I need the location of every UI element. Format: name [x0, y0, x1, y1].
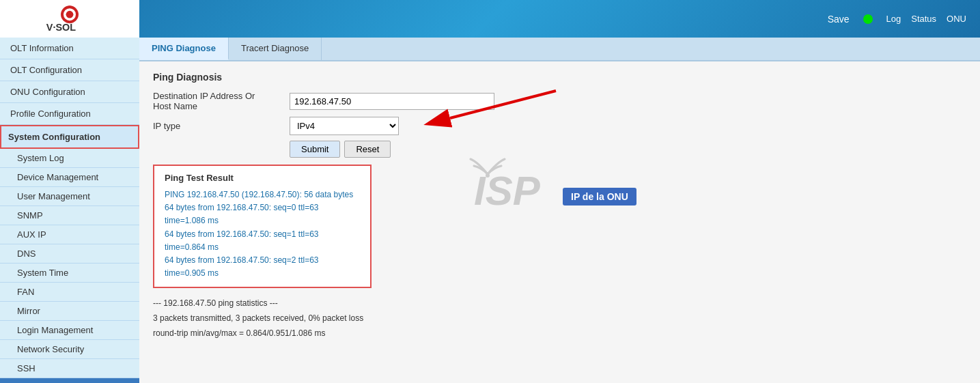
- log-link[interactable]: Log: [886, 14, 901, 24]
- tooltip-text: IP de la ONU: [571, 191, 628, 202]
- action-buttons: Submit Reset: [153, 141, 966, 158]
- sidebar-item-olt-info[interactable]: OLT Information: [0, 38, 139, 59]
- dest-ip-row: Destination IP Address OrHost Name: [153, 91, 966, 111]
- sidebar-item-profile-config[interactable]: Profile Configuration: [0, 103, 139, 125]
- sidebar-sub-system-log[interactable]: System Log: [0, 149, 139, 168]
- ping-line-0: PING 192.168.47.50 (192.168.47.50): 56 d…: [165, 188, 360, 201]
- sidebar-sub-login-mgmt[interactable]: Login Management: [0, 321, 139, 340]
- onu-link[interactable]: ONU: [947, 14, 966, 24]
- ping-line-3: 64 bytes from 192.168.47.50: seq=2 ttl=6…: [165, 254, 360, 280]
- ping-stat-line2: 3 packets transmitted, 3 packets receive…: [153, 311, 966, 326]
- sidebar-item-onu-config[interactable]: ONU Configuration: [0, 81, 139, 103]
- form-overlay: Destination IP Address OrHost Name IP ty…: [153, 91, 966, 341]
- sidebar: OLT Information OLT Configuration ONU Co…: [0, 38, 139, 383]
- save-button[interactable]: Save: [828, 14, 850, 25]
- ip-type-select[interactable]: IPv4 IPv6: [290, 117, 399, 135]
- sidebar-sub-aux-ip[interactable]: AUX IP: [0, 225, 139, 244]
- ping-result-lines: PING 192.168.47.50 (192.168.47.50): 56 d…: [165, 188, 360, 280]
- form-area: Ping Diagnosis Destination IP Address Or…: [139, 61, 980, 351]
- status-link[interactable]: Status: [911, 14, 936, 24]
- header-links: Log Status ONU: [886, 14, 966, 24]
- logo: V·SOL: [0, 0, 139, 38]
- ping-result-title: Ping Test Result: [165, 173, 360, 183]
- tab-ping[interactable]: PING Diagnose: [139, 38, 229, 60]
- ping-stat-line1: --- 192.168.47.50 ping statistics ---: [153, 296, 966, 311]
- sidebar-sub-user-mgmt[interactable]: User Management: [0, 187, 139, 206]
- sidebar-sub-network-security[interactable]: Network Security: [0, 340, 139, 359]
- svg-point-2: [66, 11, 74, 18]
- header-actions: Save Log Status ONU: [828, 14, 966, 25]
- tooltip-box: IP de la ONU: [563, 188, 636, 205]
- ping-stats: --- 192.168.47.50 ping statistics --- 3 …: [153, 296, 966, 341]
- ping-line-2: 64 bytes from 192.168.47.50: seq=1 ttl=6…: [165, 228, 360, 254]
- status-indicator: [863, 14, 873, 24]
- submit-button[interactable]: Submit: [290, 141, 340, 158]
- sidebar-sub-mirror[interactable]: Mirror: [0, 302, 139, 321]
- tab-tracert[interactable]: Tracert Diagnose: [229, 38, 322, 60]
- ip-type-row: IP type IPv4 IPv6: [153, 117, 966, 135]
- sidebar-sub-dns[interactable]: DNS: [0, 244, 139, 264]
- sidebar-sub-snmp[interactable]: SNMP: [0, 206, 139, 225]
- reset-button[interactable]: Reset: [344, 141, 391, 158]
- sidebar-sub-fan[interactable]: FAN: [0, 283, 139, 302]
- sidebar-sub-ssh[interactable]: SSH: [0, 359, 139, 378]
- ping-stat-line3: round-trip min/avg/max = 0.864/0.951/1.0…: [153, 326, 966, 341]
- sidebar-section-system-config[interactable]: System Configuration: [0, 125, 139, 149]
- ip-type-label: IP type: [153, 121, 290, 131]
- sidebar-item-olt-config[interactable]: OLT Configuration: [0, 59, 139, 81]
- ping-line-1: 64 bytes from 192.168.47.50: seq=0 ttl=6…: [165, 201, 360, 227]
- sidebar-sub-system-time[interactable]: System Time: [0, 264, 139, 283]
- svg-text:V·SOL: V·SOL: [46, 22, 76, 33]
- sidebar-sub-device-mgmt[interactable]: Device Management: [0, 168, 139, 187]
- tabs-bar: PING Diagnose Tracert Diagnose: [139, 38, 980, 61]
- main-content: PING Diagnose Tracert Diagnose Ping Diag…: [139, 38, 980, 383]
- dest-label: Destination IP Address OrHost Name: [153, 91, 290, 111]
- dest-ip-input[interactable]: [290, 93, 494, 110]
- sidebar-sub-diagnose[interactable]: Diagnose: [0, 378, 139, 383]
- ping-result-box: Ping Test Result PING 192.168.47.50 (192…: [153, 165, 372, 288]
- section-title: Ping Diagnosis: [153, 72, 966, 83]
